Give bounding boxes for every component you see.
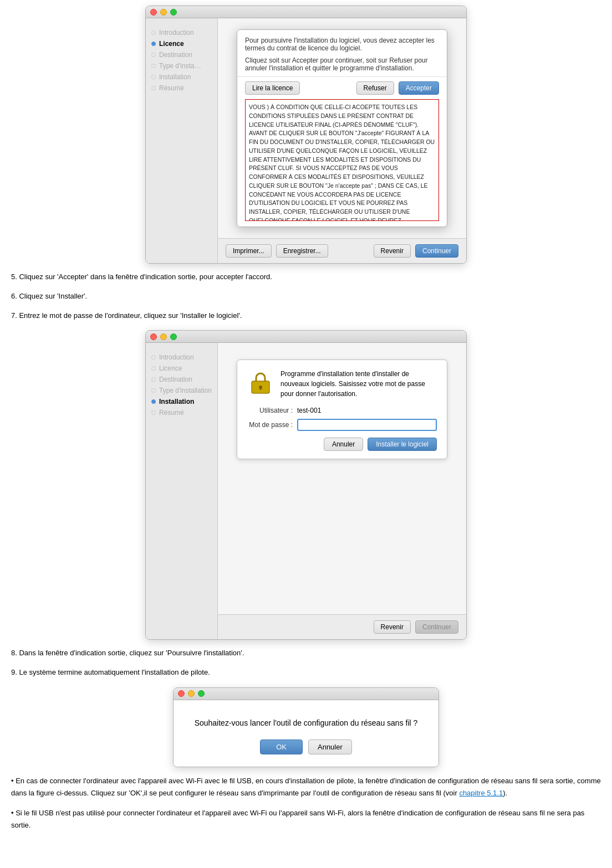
sidebar-dot-type <box>151 64 156 68</box>
installer-footer-1: Imprimer... Enregistrer... Revenir Conti… <box>218 238 466 263</box>
bottom-para1: • En cas de connecter l'ordinateur avec … <box>11 775 601 799</box>
installer-logiciel-button[interactable]: Installer le logiciel <box>368 438 437 451</box>
mot-de-passe-input[interactable] <box>297 419 437 431</box>
mot-de-passe-row: Mot de passe : <box>247 419 437 431</box>
title-bar-1 <box>146 6 466 18</box>
password-dialog-title: Programme d'installation tente d'install… <box>280 369 437 399</box>
minimize-dot-2[interactable] <box>160 333 167 340</box>
license-text-area[interactable]: VOUS ) À CONDITION QUE CELLE-CI ACOEPTE … <box>245 99 439 221</box>
title-bar-2 <box>146 331 466 343</box>
imprimer-button[interactable]: Imprimer... <box>226 244 272 258</box>
ok-button[interactable]: OK <box>260 739 303 754</box>
sidebar2-label-resume: Résumé <box>159 409 184 417</box>
installer-window-2: Introduction Licence Destination Type d'… <box>145 330 467 640</box>
license-dialog-buttons: Lire la licence Refuser Accepter <box>237 77 447 99</box>
installer-main-1: Pour poursuivre l'installation du logici… <box>218 18 466 263</box>
maximize-dot-2[interactable] <box>170 333 177 340</box>
close-dot[interactable] <box>150 9 157 16</box>
installer-footer-2: Revenir Continuer <box>218 614 466 639</box>
password-fields: Utilisateur : test-001 Mot de passe : <box>247 407 437 431</box>
password-dialog-footer: Annuler Installer le logiciel <box>247 438 437 451</box>
sidebar2-dot-licence <box>151 366 156 371</box>
installer-body-1: Introduction Licence Destination Type d'… <box>146 18 466 263</box>
maximize-dot-3[interactable] <box>198 690 205 697</box>
sidebar-item-introduction[interactable]: Introduction <box>146 27 217 38</box>
lire-la-licence-button[interactable]: Lire la licence <box>245 81 300 95</box>
enregistrer-button[interactable]: Enregistrer... <box>276 244 328 258</box>
sidebar2-item-installation[interactable]: Installation <box>146 396 217 407</box>
chapitre-link[interactable]: chapitre 5.1.1 <box>459 789 503 797</box>
sidebar-item-installation[interactable]: Installation <box>146 71 217 83</box>
sidebar2-dot-destination <box>151 377 156 382</box>
wifi-window-titlebar <box>174 688 438 700</box>
password-dialog: Programme d'installation tente d'install… <box>237 359 447 459</box>
sidebar-dot-resume <box>151 86 156 90</box>
sidebar2-item-destination[interactable]: Destination <box>146 374 217 385</box>
sidebar-dot-installation <box>151 75 156 79</box>
sidebar2-item-resume[interactable]: Résumé <box>146 407 217 418</box>
sidebar-label-type: Type d'insta… <box>159 62 201 70</box>
installer-body-2: Introduction Licence Destination Type d'… <box>146 343 466 639</box>
sidebar-dot-introduction <box>151 30 156 35</box>
license-dialog-header: Pour poursuivre l'installation du logici… <box>237 30 447 77</box>
sidebar2-item-licence[interactable]: Licence <box>146 363 217 374</box>
utilisateur-label: Utilisateur : <box>247 407 297 414</box>
sidebar-1: Introduction Licence Destination Type d'… <box>146 18 218 263</box>
sidebar-item-type[interactable]: Type d'insta… <box>146 60 217 71</box>
sidebar2-label-licence: Licence <box>159 364 182 372</box>
annuler-wifi-button[interactable]: Annuler <box>308 739 352 754</box>
sidebar2-label-destination: Destination <box>159 376 192 383</box>
step9-text: 9. Le système termine automatiquement l'… <box>11 667 601 679</box>
revenir-button-2[interactable]: Revenir <box>374 620 411 634</box>
close-dot-2[interactable] <box>150 333 157 340</box>
installer-main-empty <box>218 459 466 614</box>
sidebar-2: Introduction Licence Destination Type d'… <box>146 343 218 639</box>
sidebar2-label-introduction: Introduction <box>159 353 194 361</box>
minimize-dot[interactable] <box>160 9 167 16</box>
revenir-button-1[interactable]: Revenir <box>374 244 411 258</box>
continuer-button-2: Continuer <box>415 620 458 634</box>
license-dialog: Pour poursuivre l'installation du logici… <box>237 29 447 227</box>
step8-text: 8. Dans la fenêtre d'indication sortie, … <box>11 648 601 659</box>
wifi-buttons: OK Annuler <box>260 739 352 754</box>
bottom-para2: • Si le fil USB n'est pas utilisé pour c… <box>11 807 601 831</box>
maximize-dot[interactable] <box>170 9 177 16</box>
utilisateur-row: Utilisateur : test-001 <box>247 407 437 414</box>
sidebar-dot-licence <box>151 42 156 46</box>
password-dialog-header: Programme d'installation tente d'install… <box>247 369 437 399</box>
step7-text: 7. Entrez le mot de passe de l'ordinateu… <box>11 310 601 322</box>
sidebar2-item-type[interactable]: Type d'installation <box>146 385 217 396</box>
sidebar2-item-introduction[interactable]: Introduction <box>146 352 217 363</box>
sidebar2-dot-resume <box>151 410 156 415</box>
wifi-window: Souhaitez-vous lancer l'outil de configu… <box>173 687 439 767</box>
continuer-button-1[interactable]: Continuer <box>415 244 458 258</box>
installer-window-1: Introduction Licence Destination Type d'… <box>145 6 467 264</box>
sidebar2-label-installation: Installation <box>159 398 194 405</box>
sidebar-label-resume: Résumé <box>159 84 184 92</box>
accepter-button[interactable]: Accepter <box>399 81 439 95</box>
sidebar2-dot-installation <box>151 399 156 404</box>
svg-rect-2 <box>260 387 262 390</box>
minimize-dot-3[interactable] <box>188 690 195 697</box>
installer-main-2: Programme d'installation tente d'install… <box>218 343 466 639</box>
refuser-button[interactable]: Refuser <box>356 81 394 95</box>
wifi-question: Souhaitez-vous lancer l'outil de configu… <box>195 718 418 729</box>
step5-text: 5. Cliquez sur 'Accepter' dans la fenêtr… <box>11 271 601 283</box>
sidebar-item-licence[interactable]: Licence <box>146 38 217 49</box>
sidebar-label-destination: Destination <box>159 51 192 59</box>
sidebar2-label-type: Type d'installation <box>159 387 212 394</box>
lock-icon <box>247 369 274 396</box>
utilisateur-value: test-001 <box>297 407 321 414</box>
mot-de-passe-label: Mot de passe : <box>247 421 297 429</box>
sidebar-label-introduction: Introduction <box>159 29 194 37</box>
close-dot-3[interactable] <box>178 690 185 697</box>
annuler-button-2[interactable]: Annuler <box>324 438 363 451</box>
sidebar-item-destination[interactable]: Destination <box>146 49 217 60</box>
sidebar-item-resume[interactable]: Résumé <box>146 83 217 94</box>
license-header-text: Pour poursuivre l'installation du logici… <box>245 37 439 52</box>
sidebar-label-licence: Licence <box>159 40 184 48</box>
sidebar-dot-destination <box>151 53 156 57</box>
sidebar-label-installation: Installation <box>159 73 191 81</box>
license-header-desc: Cliquez soit sur Accepter pour continuer… <box>245 57 439 72</box>
sidebar2-dot-introduction <box>151 355 156 359</box>
